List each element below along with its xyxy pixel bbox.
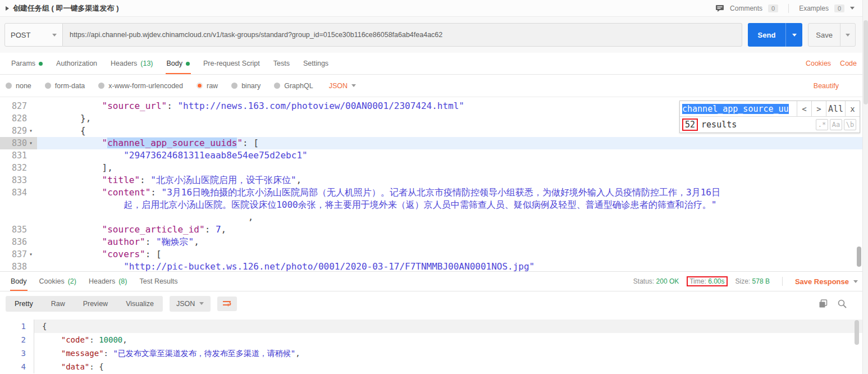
view-pretty[interactable]: Pretty [6, 296, 42, 312]
save-options-button[interactable] [840, 24, 855, 46]
comments-label[interactable]: Comments [730, 4, 762, 12]
code-row[interactable]: 830▾ "channel_app_source_uuids": [ [0, 137, 868, 149]
send-button-group: Send [748, 23, 803, 47]
code-row[interactable]: 2 "code": 10000, [0, 333, 868, 346]
case-sensitive-toggle[interactable]: Aa [830, 119, 842, 130]
wrap-text-button[interactable] [217, 297, 237, 311]
line-gutter: 827 [0, 100, 37, 112]
response-format-select[interactable]: JSON [170, 296, 211, 312]
find-next-button[interactable]: > [811, 101, 826, 116]
line-gutter: 1 [0, 320, 26, 333]
code-line-text: ], [37, 162, 868, 174]
copy-icon[interactable] [819, 299, 828, 308]
fold-icon[interactable]: ▾ [29, 125, 37, 137]
body-mode-none[interactable]: none [6, 82, 31, 90]
body-mode-binary[interactable]: binary [231, 82, 261, 90]
beautify-link[interactable]: Beautify [814, 82, 862, 90]
code-line-text: "29473624681311eaab8e54ee75d2ebc1" [37, 149, 868, 162]
code-row[interactable]: 1{ [0, 320, 868, 333]
status-pair: Status: 200 OK [633, 277, 679, 285]
code-line-text: "covers": [ [37, 248, 868, 261]
send-options-button[interactable] [785, 23, 802, 47]
line-gutter [0, 211, 37, 224]
find-close-button[interactable]: x [845, 101, 860, 116]
code-row[interactable]: 833 "title": "北京小汤山医院启用，设千张床位", [0, 174, 868, 186]
divider [788, 4, 789, 13]
send-caret-icon [792, 34, 797, 37]
collapse-arrow-icon[interactable] [6, 6, 9, 11]
view-raw[interactable]: Raw [42, 296, 74, 312]
code-row[interactable]: 起，启用北京小汤山医院。医院设床位1000余张，将主要用于境外来（返）京人员中需… [0, 199, 868, 211]
fold-icon[interactable]: ▾ [29, 137, 37, 149]
line-number: 832 [0, 162, 29, 174]
line-number: 838 [0, 261, 29, 271]
request-tab-tests[interactable]: Tests [267, 53, 296, 74]
fold-icon[interactable]: ▾ [29, 248, 37, 261]
editor-scrollbar[interactable] [857, 247, 861, 267]
body-format-value: JSON [329, 82, 348, 90]
search-icon[interactable] [838, 299, 847, 308]
code-link[interactable]: Code [840, 60, 857, 67]
code-row[interactable]: 832 ], [0, 162, 868, 174]
view-preview[interactable]: Preview [74, 296, 117, 312]
request-tab-pre-request-script[interactable]: Pre-request Script [197, 53, 267, 74]
find-prev-button[interactable]: < [797, 101, 811, 116]
response-tab-cookies[interactable]: Cookies(2) [33, 272, 83, 291]
body-mode-x-www-form-urlencoded[interactable]: x-www-form-urlencoded [98, 82, 183, 90]
find-all-button[interactable]: All [826, 101, 845, 116]
request-body-editor[interactable]: 827 "source_url": "http://news.163.com/p… [0, 97, 868, 271]
line-number: 836 [0, 236, 29, 248]
response-body-viewer[interactable]: 1{2 "code": 10000,3 "message": "已发布文章至渠道… [0, 316, 868, 374]
method-select[interactable]: POST [4, 23, 63, 47]
body-mode-raw[interactable]: raw [197, 82, 218, 90]
body-mode-graphql[interactable]: GraphQL [274, 82, 313, 90]
radio-icon [274, 83, 280, 89]
cookies-link[interactable]: Cookies [806, 60, 831, 67]
code-row[interactable]: 4 "data": { [0, 360, 868, 373]
save-button[interactable]: Save [808, 24, 840, 46]
comments-icon[interactable] [715, 4, 724, 12]
request-tab-headers[interactable]: Headers(13) [104, 53, 159, 74]
save-caret-icon [846, 34, 850, 37]
send-button[interactable]: Send [748, 23, 786, 47]
response-tab-body[interactable]: Body [4, 272, 33, 291]
code-row[interactable]: , [0, 211, 868, 224]
request-tab-body[interactable]: Body [160, 53, 197, 74]
comments-count-badge: 0 [768, 4, 778, 12]
request-tab-settings[interactable]: Settings [296, 53, 335, 74]
body-mode-form-data[interactable]: form-data [45, 82, 85, 90]
response-scrollbar[interactable] [855, 320, 859, 345]
response-tab-test-results[interactable]: Test Results [133, 272, 184, 291]
window-scrollbar[interactable] [862, 0, 868, 374]
results-count-annotation: 52 [682, 118, 698, 131]
response-meta-bar: BodyCookies(2)Headers(8)Test Results Sta… [0, 271, 868, 291]
line-gutter: 3 [0, 346, 26, 360]
view-visualize[interactable]: Visualize [117, 296, 163, 312]
find-input[interactable]: channel_app_source_uu [680, 101, 797, 116]
code-row[interactable]: 3 "message": "已发布文章至渠道发布，待发布至多渠道，请稍候", [0, 346, 868, 360]
window-scrollbar-thumb[interactable] [864, 20, 868, 104]
code-row[interactable]: 836 "author": "鞠焕宗", [0, 236, 868, 248]
request-title: 创建任务组 ( 即一键多渠道发布 ) [6, 3, 119, 13]
response-tab-headers[interactable]: Headers(8) [83, 272, 134, 291]
line-number: 830 [0, 137, 29, 149]
save-response-button[interactable]: Save Response [795, 277, 858, 286]
whole-word-toggle[interactable]: \b [844, 119, 856, 130]
time-value: 6.00s [708, 277, 724, 285]
code-row[interactable]: 831 "29473624681311eaab8e54ee75d2ebc1" [0, 149, 868, 162]
url-input[interactable]: https://api.channel-pub.wjdev.chinamclou… [63, 23, 742, 47]
examples-caret-icon[interactable] [850, 7, 855, 10]
code-row[interactable]: 835 "source_article_id": 7, [0, 224, 868, 236]
examples-label[interactable]: Examples [799, 4, 829, 12]
code-row[interactable]: 838 "http://pic-bucket.ws.126.net/photo/… [0, 261, 868, 271]
code-row[interactable]: 834 "content": "3月16日晚拍摄的北京小汤山医院局部（无人机照片… [0, 186, 868, 199]
request-tab-params[interactable]: Params [4, 53, 49, 74]
code-row[interactable]: 837▾ "covers": [ [0, 248, 868, 261]
regex-toggle[interactable]: .* [816, 119, 828, 130]
request-tab-authorization[interactable]: Authorization [49, 53, 104, 74]
wrap-text-icon [222, 300, 232, 308]
body-format-select[interactable]: JSON [329, 82, 356, 90]
postman-window: 创建任务组 ( 即一键多渠道发布 ) Comments 0 Examples 0… [0, 0, 868, 374]
line-gutter: 2 [0, 333, 26, 346]
find-overlay: channel_app_source_uu < > All x 52 resul… [679, 101, 860, 133]
